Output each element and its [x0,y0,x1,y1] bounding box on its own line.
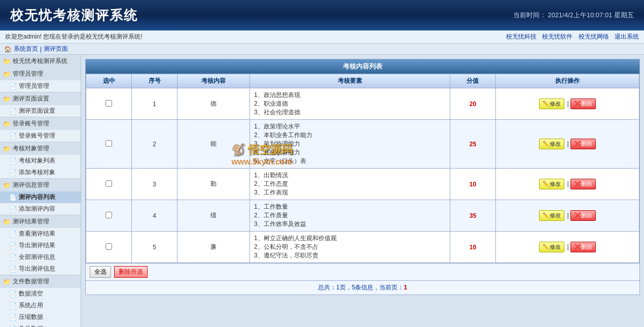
cell-score: 35 [450,200,495,232]
folder-icon-target: 📁 [3,145,11,152]
sidebar-item-export-result[interactable]: 📄 导出测评结果 [0,240,81,251]
cell-checkbox [86,120,132,169]
cell-score: 10 [450,169,495,200]
cell-seq: 5 [132,232,177,263]
delete-selected-button[interactable]: 删除所选 [114,266,148,278]
page-icon: 📄 [9,206,17,213]
delete-button-3[interactable]: ❌删除 [570,179,596,189]
sidebar-group-target[interactable]: 📁 考核对象管理 [0,142,81,155]
modify-button-2[interactable]: ✏️修改 [539,139,564,149]
welcome-bar: 欢迎您admin! 您现在登录的是校无忧考核测评系统! 校无忧科技 校无忧软件 … [0,30,644,44]
main-layout: 📁 校无忧考核测评系统 📁 管理员管理 📄 管理员管理 📁 测评页面设置 📄 测… [0,55,644,327]
sidebar-group-evalpage[interactable]: 📁 测评页面设置 [0,92,81,105]
modify-button-4[interactable]: ✏️修改 [539,210,564,221]
cell-content: 廉 [177,232,250,263]
sidebar-item-sys-usage[interactable]: 📄 系统占用 [0,300,81,311]
sidebar-item-target-list[interactable]: 📄 考核对象列表 [0,155,81,167]
table-row: 2能1、政策理论水平 2、本职业务工作能力 3、策划协调能力 4、开拓创新能力 … [86,120,639,169]
home-icon: 🏠 [4,46,12,53]
page-icon: 📄 [9,290,17,298]
sidebar-item-add-target[interactable]: 📄 添加考核对象 [0,167,81,178]
cell-factors: 1、工作数量 2、工作质量 3、工作效率及效益 [250,200,450,232]
cell-score: 20 [450,88,495,120]
cell-seq: 2 [132,120,177,169]
modify-button-3[interactable]: ✏️修改 [539,179,564,189]
header: 校无忧考核测评系统 当前时间： 2021/4/2上午10:07:01 星期五 [0,0,644,30]
table-title: 考核内容列表 [86,59,639,74]
col-action: 执行操作 [495,74,639,88]
delete-button-2[interactable]: ❌删除 [570,139,596,149]
sidebar-section-filedata: 📁 文件数据管理 📄 数据清空 📄 系统占用 📄 压缩数据 📄 备份数据 📄 [0,275,81,327]
row-checkbox-2[interactable] [105,140,112,147]
cell-action: ✏️修改 | ❌删除 [495,169,639,200]
app-title: 校无忧考核测评系统 [10,7,138,24]
table-row: 4绩1、工作数量 2、工作质量 3、工作效率及效益35✏️修改 | ❌删除 [86,200,639,232]
table-bottom-bar: 全选 删除所选 [86,263,639,280]
table-row: 5廉1、树立正确的人生观和价值观 2、公私分明，不贪不占 3、遵纪守法，尽职尽责… [86,232,639,263]
page-icon: 📄 [9,314,17,321]
row-checkbox-4[interactable] [105,212,112,218]
modify-button-1[interactable]: ✏️修改 [539,99,564,109]
current-page: 1 [404,284,407,291]
folder-icon-result: 📁 [3,218,11,225]
row-checkbox-3[interactable] [105,180,112,187]
cell-factors: 1、树立正确的人生观和价值观 2、公私分明，不贪不占 3、遵纪守法，尽职尽责 [250,232,450,263]
col-seq: 序号 [132,74,177,88]
sidebar-item-compress[interactable]: 📄 压缩数据 [0,311,81,323]
page-icon: 📄 [9,194,17,201]
nav-eval[interactable]: 测评页面 [44,45,68,53]
sidebar-group-account[interactable]: 📁 登录账号管理 [0,117,81,130]
link-logout[interactable]: 退出系统 [615,33,639,40]
sidebar-result-label: 测评结果管理 [13,217,49,226]
page-icon: 📄 [9,169,17,176]
select-all-button[interactable]: 全选 [90,266,111,278]
sidebar-item-add-eval-content[interactable]: 📄 添加测评内容 [0,203,81,215]
modify-button-5[interactable]: ✏️修改 [539,242,564,252]
cell-action: ✏️修改 | ❌删除 [495,120,639,169]
link-tech[interactable]: 校无忧科技 [506,33,536,40]
page-icon: 📄 [9,108,17,115]
sidebar-item-clear-data[interactable]: 📄 数据清空 [0,288,81,300]
cell-checkbox [86,232,132,263]
cell-seq: 3 [132,169,177,200]
sidebar-item-export-info[interactable]: 📄 导出测评信息 [0,263,81,275]
table-row: 3勤1、出勤情况 2、工作态度 3、工作表现10✏️修改 | ❌删除 [86,169,639,200]
row-checkbox-5[interactable] [105,243,112,250]
cell-factors: 1、政策理论水平 2、本职业务工作能力 3、策划协调能力 4、开拓创新能力 5、… [250,120,450,169]
sidebar-group-evalinfo[interactable]: 📁 测评信息管理 [0,179,81,191]
row-checkbox-1[interactable] [105,100,112,107]
sidebar-group-filedata[interactable]: 📁 文件数据管理 [0,275,81,288]
sidebar-group-result[interactable]: 📁 测评结果管理 [0,215,81,228]
sidebar-item-backup[interactable]: 📄 备份数据 [0,323,81,327]
page-icon: 📄 [9,254,17,261]
sidebar-section-admin: 📁 管理员管理 📄 管理员管理 [0,68,81,92]
cell-content: 能 [177,120,250,169]
cell-action: ✏️修改 | ❌删除 [495,232,639,263]
cell-action: ✏️修改 | ❌删除 [495,88,639,120]
nav-home[interactable]: 系统首页 [14,45,38,53]
col-content: 考核内容 [177,74,250,88]
delete-button-4[interactable]: ❌删除 [570,210,596,221]
pagination: 总共：1页，5条信息，当前页：1 [86,280,639,295]
link-software[interactable]: 校无忧软件 [542,33,573,40]
delete-button-1[interactable]: ❌删除 [570,99,596,109]
sidebar-item-account[interactable]: 📄 登录账号管理 [0,130,81,142]
delete-button-5[interactable]: ❌删除 [570,242,596,252]
sidebar-group-admin[interactable]: 📁 管理员管理 [0,68,81,80]
cell-factors: 1、出勤情况 2、工作态度 3、工作表现 [250,169,450,200]
link-network[interactable]: 校无忧网络 [579,33,609,40]
sidebar-item-all-info[interactable]: 📄 全部测评信息 [0,251,81,263]
sidebar-system-header[interactable]: 📁 校无忧考核测评系统 [0,55,81,68]
page-icon: 📄 [9,83,17,90]
page-icon: 📄 [9,231,17,238]
welcome-links: 校无忧科技 校无忧软件 校无忧网络 退出系统 [502,32,639,41]
sidebar-item-admin-mgr[interactable]: 📄 管理员管理 [0,80,81,92]
cell-action: ✏️修改 | ❌删除 [495,200,639,232]
sidebar-section-evalpage: 📁 测评页面设置 📄 测评页面设置 [0,92,81,117]
sidebar-filedata-label: 文件数据管理 [13,277,49,286]
sidebar-item-evalpage-set[interactable]: 📄 测评页面设置 [0,105,81,117]
sidebar-item-eval-content-list[interactable]: 📄 测评内容列表 [0,191,81,203]
welcome-text: 欢迎您admin! 您现在登录的是校无忧考核测评系统! [5,32,142,41]
folder-icon-filedata: 📁 [3,278,11,285]
sidebar-item-view-result[interactable]: 📄 查看测评结果 [0,228,81,240]
